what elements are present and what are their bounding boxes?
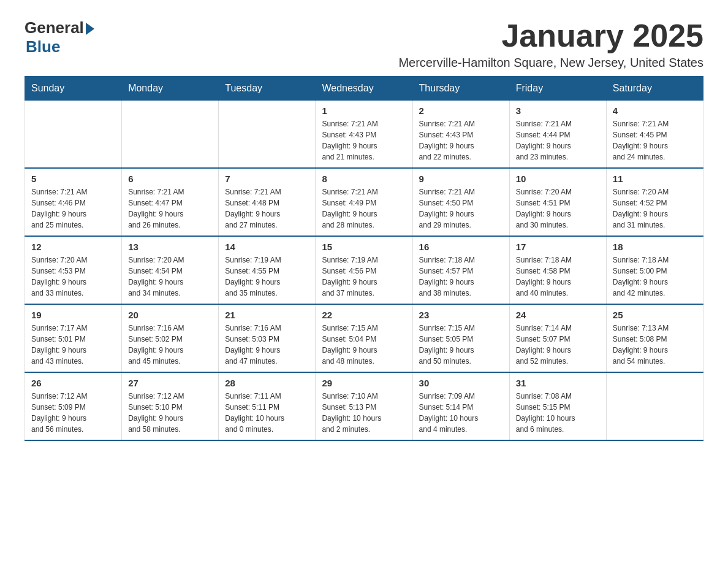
day-number: 1 [322, 105, 406, 116]
calendar-day-cell: 31Sunrise: 7:08 AM Sunset: 5:15 PM Dayli… [509, 372, 606, 440]
calendar-day-cell [122, 101, 219, 169]
calendar-week-row: 26Sunrise: 7:12 AM Sunset: 5:09 PM Dayli… [25, 372, 703, 440]
day-info: Sunrise: 7:21 AM Sunset: 4:46 PM Dayligh… [31, 186, 115, 231]
day-number: 12 [31, 242, 115, 252]
day-number: 24 [516, 310, 600, 320]
day-number: 31 [516, 378, 600, 388]
calendar-week-row: 12Sunrise: 7:20 AM Sunset: 4:53 PM Dayli… [25, 236, 703, 304]
day-of-week-header: Tuesday [219, 77, 316, 101]
calendar-day-cell: 17Sunrise: 7:18 AM Sunset: 4:58 PM Dayli… [509, 236, 606, 304]
calendar-day-cell: 5Sunrise: 7:21 AM Sunset: 4:46 PM Daylig… [25, 168, 122, 236]
day-info: Sunrise: 7:12 AM Sunset: 5:10 PM Dayligh… [128, 391, 212, 435]
calendar-day-cell: 10Sunrise: 7:20 AM Sunset: 4:51 PM Dayli… [509, 168, 606, 236]
calendar-day-cell: 6Sunrise: 7:21 AM Sunset: 4:47 PM Daylig… [122, 168, 219, 236]
calendar-day-cell: 3Sunrise: 7:21 AM Sunset: 4:44 PM Daylig… [509, 101, 606, 169]
day-info: Sunrise: 7:14 AM Sunset: 5:07 PM Dayligh… [516, 323, 600, 367]
calendar-day-cell: 16Sunrise: 7:18 AM Sunset: 4:57 PM Dayli… [412, 236, 509, 304]
day-info: Sunrise: 7:16 AM Sunset: 5:03 PM Dayligh… [225, 323, 309, 367]
day-of-week-header: Saturday [606, 77, 703, 101]
calendar-week-row: 1Sunrise: 7:21 AM Sunset: 4:43 PM Daylig… [25, 101, 703, 169]
day-number: 15 [322, 242, 406, 252]
day-info: Sunrise: 7:21 AM Sunset: 4:43 PM Dayligh… [322, 118, 406, 163]
day-number: 13 [128, 242, 212, 252]
calendar-day-cell: 23Sunrise: 7:15 AM Sunset: 5:05 PM Dayli… [412, 304, 509, 372]
day-number: 30 [419, 378, 503, 388]
day-number: 5 [31, 174, 115, 184]
day-info: Sunrise: 7:18 AM Sunset: 4:58 PM Dayligh… [516, 255, 600, 299]
calendar-table: SundayMondayTuesdayWednesdayThursdayFrid… [25, 76, 703, 441]
month-title: January 2025 [398, 18, 703, 53]
day-info: Sunrise: 7:20 AM Sunset: 4:53 PM Dayligh… [31, 255, 115, 299]
calendar-day-cell: 21Sunrise: 7:16 AM Sunset: 5:03 PM Dayli… [219, 304, 316, 372]
day-number: 23 [419, 310, 503, 320]
day-info: Sunrise: 7:13 AM Sunset: 5:08 PM Dayligh… [613, 323, 697, 367]
logo-arrow-icon [86, 23, 94, 35]
calendar-day-cell: 19Sunrise: 7:17 AM Sunset: 5:01 PM Dayli… [25, 304, 122, 372]
day-number: 17 [516, 242, 600, 252]
calendar-day-cell [219, 101, 316, 169]
day-info: Sunrise: 7:08 AM Sunset: 5:15 PM Dayligh… [516, 391, 600, 435]
calendar-day-cell: 25Sunrise: 7:13 AM Sunset: 5:08 PM Dayli… [606, 304, 703, 372]
day-info: Sunrise: 7:21 AM Sunset: 4:43 PM Dayligh… [419, 118, 503, 163]
calendar-day-cell: 12Sunrise: 7:20 AM Sunset: 4:53 PM Dayli… [25, 236, 122, 304]
calendar-week-row: 19Sunrise: 7:17 AM Sunset: 5:01 PM Dayli… [25, 304, 703, 372]
logo-blue-text: Blue [26, 37, 60, 56]
calendar-day-cell: 29Sunrise: 7:10 AM Sunset: 5:13 PM Dayli… [316, 372, 412, 440]
day-info: Sunrise: 7:20 AM Sunset: 4:51 PM Dayligh… [516, 186, 600, 231]
day-number: 27 [128, 378, 212, 388]
day-number: 3 [516, 105, 600, 116]
day-info: Sunrise: 7:19 AM Sunset: 4:56 PM Dayligh… [322, 255, 406, 299]
day-number: 9 [419, 174, 503, 184]
day-number: 7 [225, 174, 309, 184]
day-number: 6 [128, 174, 212, 184]
calendar-day-cell: 4Sunrise: 7:21 AM Sunset: 4:45 PM Daylig… [606, 101, 703, 169]
day-of-week-header: Monday [122, 77, 219, 101]
day-number: 25 [613, 310, 697, 320]
calendar-day-cell: 7Sunrise: 7:21 AM Sunset: 4:48 PM Daylig… [219, 168, 316, 236]
day-number: 14 [225, 242, 309, 252]
day-info: Sunrise: 7:12 AM Sunset: 5:09 PM Dayligh… [31, 391, 115, 435]
day-info: Sunrise: 7:15 AM Sunset: 5:04 PM Dayligh… [322, 323, 406, 367]
day-number: 18 [613, 242, 697, 252]
day-info: Sunrise: 7:20 AM Sunset: 4:54 PM Dayligh… [128, 255, 212, 299]
calendar-day-cell: 30Sunrise: 7:09 AM Sunset: 5:14 PM Dayli… [412, 372, 509, 440]
calendar-week-row: 5Sunrise: 7:21 AM Sunset: 4:46 PM Daylig… [25, 168, 703, 236]
day-info: Sunrise: 7:21 AM Sunset: 4:44 PM Dayligh… [516, 118, 600, 163]
calendar-day-cell: 24Sunrise: 7:14 AM Sunset: 5:07 PM Dayli… [509, 304, 606, 372]
day-number: 29 [322, 378, 406, 388]
day-number: 28 [225, 378, 309, 388]
title-block: January 2025 Mercerville-Hamilton Square… [398, 18, 703, 70]
calendar-day-cell: 18Sunrise: 7:18 AM Sunset: 5:00 PM Dayli… [606, 236, 703, 304]
day-number: 16 [419, 242, 503, 252]
page-header: General Blue January 2025 Mercerville-Ha… [25, 18, 703, 70]
calendar-day-cell: 20Sunrise: 7:16 AM Sunset: 5:02 PM Dayli… [122, 304, 219, 372]
day-info: Sunrise: 7:09 AM Sunset: 5:14 PM Dayligh… [419, 391, 503, 435]
day-number: 4 [613, 105, 697, 116]
day-info: Sunrise: 7:18 AM Sunset: 5:00 PM Dayligh… [613, 255, 697, 299]
calendar-day-cell: 27Sunrise: 7:12 AM Sunset: 5:10 PM Dayli… [122, 372, 219, 440]
day-number: 10 [516, 174, 600, 184]
calendar-day-cell: 11Sunrise: 7:20 AM Sunset: 4:52 PM Dayli… [606, 168, 703, 236]
calendar-day-cell: 22Sunrise: 7:15 AM Sunset: 5:04 PM Dayli… [316, 304, 412, 372]
location-title: Mercerville-Hamilton Square, New Jersey,… [398, 56, 703, 70]
day-info: Sunrise: 7:17 AM Sunset: 5:01 PM Dayligh… [31, 323, 115, 367]
day-number: 22 [322, 310, 406, 320]
day-info: Sunrise: 7:16 AM Sunset: 5:02 PM Dayligh… [128, 323, 212, 367]
calendar-day-cell: 15Sunrise: 7:19 AM Sunset: 4:56 PM Dayli… [316, 236, 412, 304]
logo: General Blue [25, 18, 94, 56]
calendar-day-cell: 1Sunrise: 7:21 AM Sunset: 4:43 PM Daylig… [316, 101, 412, 169]
logo-general-text: General [25, 18, 84, 37]
day-info: Sunrise: 7:15 AM Sunset: 5:05 PM Dayligh… [419, 323, 503, 367]
calendar-day-cell: 28Sunrise: 7:11 AM Sunset: 5:11 PM Dayli… [219, 372, 316, 440]
calendar-day-cell [606, 372, 703, 440]
day-of-week-header: Thursday [412, 77, 509, 101]
day-info: Sunrise: 7:19 AM Sunset: 4:55 PM Dayligh… [225, 255, 309, 299]
calendar-day-cell: 26Sunrise: 7:12 AM Sunset: 5:09 PM Dayli… [25, 372, 122, 440]
day-of-week-header: Sunday [25, 77, 122, 101]
calendar-day-cell: 13Sunrise: 7:20 AM Sunset: 4:54 PM Dayli… [122, 236, 219, 304]
day-info: Sunrise: 7:21 AM Sunset: 4:50 PM Dayligh… [419, 186, 503, 231]
day-info: Sunrise: 7:18 AM Sunset: 4:57 PM Dayligh… [419, 255, 503, 299]
calendar-day-cell: 14Sunrise: 7:19 AM Sunset: 4:55 PM Dayli… [219, 236, 316, 304]
calendar-day-cell: 9Sunrise: 7:21 AM Sunset: 4:50 PM Daylig… [412, 168, 509, 236]
day-info: Sunrise: 7:20 AM Sunset: 4:52 PM Dayligh… [613, 186, 697, 231]
